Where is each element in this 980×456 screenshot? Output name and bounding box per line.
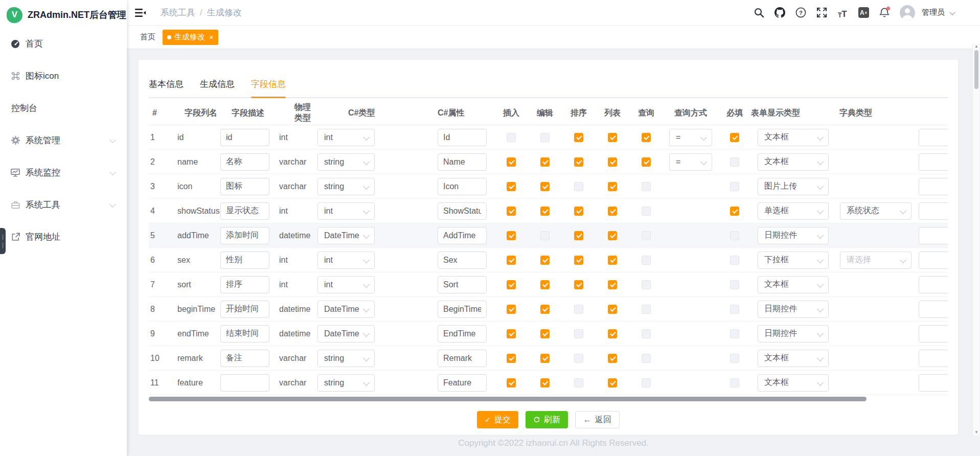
sort-checkbox-checked[interactable] xyxy=(574,157,583,167)
field-desc-input[interactable] xyxy=(220,129,269,146)
required-checkbox-unchecked[interactable] xyxy=(730,157,739,167)
sidebar-item-4[interactable]: 系统管理 xyxy=(0,124,127,156)
list-checkbox-checked[interactable] xyxy=(608,378,617,387)
query-checkbox-unchecked[interactable] xyxy=(642,231,651,240)
display-type-select[interactable]: 日期控件 xyxy=(758,301,829,318)
insert-checkbox-checked[interactable] xyxy=(507,182,516,191)
tag-close-icon[interactable]: × xyxy=(209,33,214,41)
cs-property-input[interactable] xyxy=(438,252,487,269)
tab-2[interactable]: 生成信息 xyxy=(200,78,235,97)
field-desc-input[interactable] xyxy=(220,374,269,392)
cs-type-select[interactable]: int xyxy=(317,252,375,269)
edit-checkbox-checked[interactable] xyxy=(540,329,550,338)
list-checkbox-checked[interactable] xyxy=(608,280,617,289)
display-type-select[interactable]: 单选框 xyxy=(758,202,829,220)
extra-input[interactable] xyxy=(919,227,948,244)
dict-type-select[interactable]: 请选择 xyxy=(840,252,911,269)
field-desc-input[interactable] xyxy=(220,227,269,244)
required-checkbox-unchecked[interactable] xyxy=(730,329,739,338)
sort-checkbox-unchecked[interactable] xyxy=(574,354,583,363)
sort-checkbox-checked[interactable] xyxy=(574,207,583,216)
scroll-up-arrow-icon[interactable]: ▲ xyxy=(973,44,980,49)
sidebar-item-2[interactable]: 图标icon xyxy=(0,60,127,92)
sort-checkbox-checked[interactable] xyxy=(574,231,583,240)
field-desc-input[interactable] xyxy=(220,325,269,343)
cs-property-input[interactable] xyxy=(438,301,487,318)
tag-home[interactable]: 首页 xyxy=(140,32,155,42)
edit-checkbox-checked[interactable] xyxy=(540,256,550,265)
cs-type-select[interactable]: string xyxy=(317,178,375,195)
required-checkbox-unchecked[interactable] xyxy=(730,182,739,191)
field-desc-input[interactable] xyxy=(220,178,269,195)
vertical-scrollbar[interactable]: ▲ ▼ xyxy=(972,43,979,436)
required-checkbox-unchecked[interactable] xyxy=(730,256,739,265)
query-checkbox-checked[interactable] xyxy=(642,133,651,142)
search-icon[interactable] xyxy=(753,7,764,18)
display-type-select[interactable]: 下拉框 xyxy=(758,252,829,269)
cs-type-select[interactable]: string xyxy=(317,350,375,367)
edit-checkbox-unchecked[interactable] xyxy=(540,133,550,142)
field-desc-input[interactable] xyxy=(220,276,269,293)
display-type-select[interactable]: 文本框 xyxy=(758,129,829,146)
cs-type-select[interactable]: DateTime xyxy=(317,301,375,318)
insert-checkbox-checked[interactable] xyxy=(507,157,516,167)
query-checkbox-checked[interactable] xyxy=(642,157,651,167)
dict-type-select[interactable]: 系统状态 xyxy=(840,202,911,220)
query-checkbox-unchecked[interactable] xyxy=(642,182,651,191)
edit-checkbox-checked[interactable] xyxy=(540,207,550,216)
cs-property-input[interactable] xyxy=(438,350,487,367)
notification-bell-icon[interactable] xyxy=(879,7,890,18)
required-checkbox-unchecked[interactable] xyxy=(730,231,739,240)
tag-active[interactable]: 生成修改 × xyxy=(163,30,218,45)
vertical-scrollbar-thumb[interactable] xyxy=(974,50,978,89)
extra-input[interactable] xyxy=(919,153,948,171)
list-checkbox-checked[interactable] xyxy=(608,207,617,216)
query-checkbox-unchecked[interactable] xyxy=(642,329,651,338)
list-checkbox-checked[interactable] xyxy=(608,182,617,191)
insert-checkbox-checked[interactable] xyxy=(507,280,516,289)
sidebar-item-7[interactable]: 官网地址 xyxy=(0,221,127,253)
font-size-icon[interactable]: TT xyxy=(837,7,848,18)
sort-checkbox-unchecked[interactable] xyxy=(574,305,583,314)
cs-type-select[interactable]: DateTime xyxy=(317,325,375,343)
field-desc-input[interactable] xyxy=(220,301,269,318)
insert-checkbox-checked[interactable] xyxy=(507,354,516,363)
required-checkbox-unchecked[interactable] xyxy=(730,305,739,314)
query-checkbox-unchecked[interactable] xyxy=(642,305,651,314)
display-type-select[interactable]: 文本框 xyxy=(758,374,829,392)
required-checkbox-checked[interactable] xyxy=(730,133,739,142)
query-mode-select[interactable]: = xyxy=(669,153,712,171)
user-avatar[interactable] xyxy=(900,5,915,20)
extra-input[interactable] xyxy=(919,252,948,269)
field-desc-input[interactable] xyxy=(220,252,269,269)
display-type-select[interactable]: 图片上传 xyxy=(758,178,829,195)
list-checkbox-checked[interactable] xyxy=(608,256,617,265)
insert-checkbox-unchecked[interactable] xyxy=(507,133,516,142)
cs-property-input[interactable] xyxy=(438,276,487,293)
breadcrumb-item-parent[interactable]: 系统工具 xyxy=(161,7,195,18)
sidebar-item-3[interactable]: 控制台 xyxy=(0,92,127,124)
query-checkbox-unchecked[interactable] xyxy=(642,378,651,387)
back-button[interactable]: ←返回 xyxy=(575,411,620,428)
display-type-select[interactable]: 日期控件 xyxy=(758,227,829,244)
sidebar-item-5[interactable]: 系统监控 xyxy=(0,156,127,189)
cs-type-select[interactable]: string xyxy=(317,153,375,171)
cs-type-select[interactable]: int xyxy=(317,129,375,146)
language-icon[interactable]: Ax xyxy=(858,7,869,18)
query-checkbox-unchecked[interactable] xyxy=(642,256,651,265)
extra-input[interactable] xyxy=(919,301,948,318)
edit-checkbox-checked[interactable] xyxy=(540,378,550,387)
list-checkbox-checked[interactable] xyxy=(608,305,617,314)
cs-property-input[interactable] xyxy=(438,178,487,195)
extra-input[interactable] xyxy=(919,350,948,367)
edit-checkbox-checked[interactable] xyxy=(540,280,550,289)
insert-checkbox-checked[interactable] xyxy=(507,378,516,387)
required-checkbox-unchecked[interactable] xyxy=(730,280,739,289)
required-checkbox-unchecked[interactable] xyxy=(730,354,739,363)
cs-type-select[interactable]: int xyxy=(317,202,375,220)
scroll-down-arrow-icon[interactable]: ▼ xyxy=(973,430,980,435)
display-type-select[interactable]: 日期控件 xyxy=(758,325,829,343)
cs-property-input[interactable] xyxy=(438,325,487,343)
settings-drawer-handle[interactable] xyxy=(0,228,6,254)
sort-checkbox-unchecked[interactable] xyxy=(574,378,583,387)
